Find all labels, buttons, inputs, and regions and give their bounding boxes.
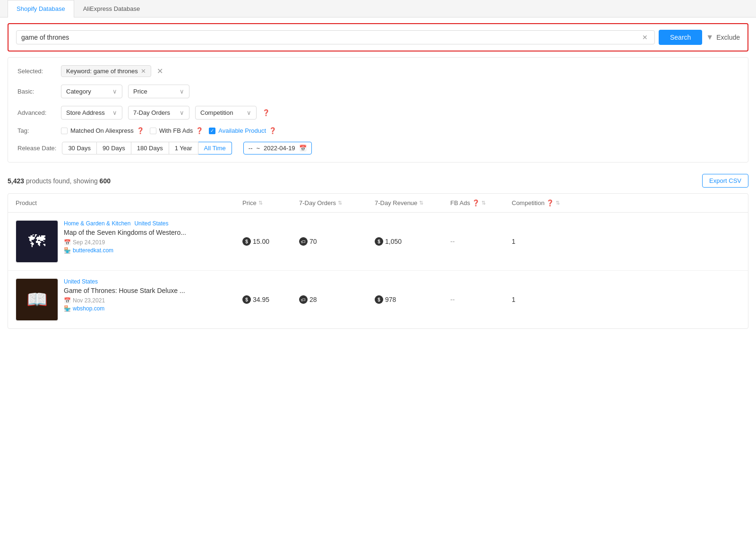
tab-aliexpress[interactable]: AliExpress Database (74, 0, 149, 17)
col-price[interactable]: Price ⇅ (242, 199, 299, 206)
tab-bar: Shopify Database AliExpress Database (0, 0, 756, 17)
revenue-sort-icon: ⇅ (419, 200, 423, 206)
orders-tag-icon: 🏷 (299, 295, 308, 304)
filter-icon: ▼ (706, 33, 713, 42)
date-30-button[interactable]: 30 Days (62, 142, 97, 155)
competition-sort-icon: ⇅ (556, 200, 560, 206)
aliexpress-tag-label: Matched On Aliexpress (70, 127, 134, 134)
competition-cell: 1 (512, 296, 568, 303)
product-category[interactable]: Home & Garden & Kitchen (64, 220, 130, 227)
results-text: 5,423 products found, showing 600 (8, 177, 111, 185)
fbads-checkbox-wrap[interactable]: With FB Ads ❓ (150, 127, 204, 134)
col-competition[interactable]: Competition ❓ ⇅ (512, 199, 568, 206)
available-help-icon[interactable]: ❓ (269, 127, 276, 134)
orders-value: 70 (309, 238, 317, 245)
date-180-button[interactable]: 180 Days (131, 142, 169, 155)
chevron-down-icon: ∨ (112, 88, 117, 95)
basic-row: Basic: Category ∨ Price ∨ (17, 85, 739, 98)
price-dollar-icon: $ (242, 295, 251, 304)
category-dropdown[interactable]: Category ∨ (61, 85, 122, 98)
export-csv-button[interactable]: Export CSV (702, 174, 748, 188)
chevron-down-icon: ∨ (180, 88, 184, 95)
fbads-checkbox[interactable] (150, 128, 156, 134)
category-label: Category (66, 88, 91, 95)
fbads-cell: -- (450, 296, 512, 303)
revenue-cell: $ 1,050 (375, 237, 450, 246)
store-address-dropdown[interactable]: Store Address ∨ (61, 106, 122, 120)
date-alltime-button[interactable]: All Time (198, 142, 232, 155)
price-cell: $ 34.95 (242, 295, 299, 304)
price-sort-icon: ⇅ (258, 200, 263, 206)
product-store[interactable]: 🏪 wbshop.com (64, 305, 242, 312)
table-row: 🗺 Home & Garden & Kitchen United States … (8, 213, 748, 271)
date-tilde: ~ (257, 145, 260, 152)
seven-day-orders-label: 7-Day Orders (133, 109, 170, 116)
aliexpress-help-icon[interactable]: ❓ (137, 127, 144, 134)
tab-shopify[interactable]: Shopify Database (8, 0, 74, 17)
product-title[interactable]: Map of the Seven Kingdoms of Westero... (64, 229, 242, 236)
aliexpress-checkbox[interactable] (61, 128, 68, 134)
available-checkbox-wrap[interactable]: Available Product ❓ (209, 127, 276, 134)
product-cell: 📖 United States Game of Thrones: House S… (16, 278, 242, 321)
search-input[interactable] (21, 34, 640, 41)
advanced-row: Advanced: Store Address ∨ 7-Day Orders ∨… (17, 106, 739, 120)
product-date: 📅 Nov 23,2021 (64, 297, 242, 304)
date-range-picker[interactable]: -- ~ 2022-04-19 📅 (243, 142, 312, 155)
release-date-label: Release Date: (17, 145, 56, 152)
orders-tag-icon: 🏷 (299, 237, 308, 246)
date-90-button[interactable]: 90 Days (97, 142, 131, 155)
product-country[interactable]: United States (64, 278, 98, 285)
search-section: ✕ Search ▼ Exclude (8, 23, 748, 52)
selected-row: Selected: Keyword: game of thrones ✕ ✕ (17, 65, 739, 77)
calendar-icon: 📅 (299, 145, 307, 152)
table-header: Product Price ⇅ 7-Day Orders ⇅ 7-Day Rev… (8, 194, 748, 213)
product-info: United States Game of Thrones: House Sta… (64, 278, 242, 312)
aliexpress-checkbox-wrap[interactable]: Matched On Aliexpress ❓ (61, 127, 144, 134)
tag-label: Tag: (17, 127, 55, 134)
fbads-tag-label: With FB Ads (159, 127, 193, 134)
clear-search-icon[interactable]: ✕ (640, 34, 650, 41)
seven-day-orders-dropdown[interactable]: 7-Day Orders ∨ (128, 106, 189, 120)
competition-col-help-icon[interactable]: ❓ (546, 199, 554, 206)
revenue-dollar-icon: $ (375, 237, 383, 246)
date-from: -- (249, 145, 253, 152)
advanced-label: Advanced: (17, 109, 55, 116)
revenue-value: 978 (385, 296, 396, 303)
calendar-small-icon: 📅 (64, 297, 71, 304)
product-cell: 🗺 Home & Garden & Kitchen United States … (16, 220, 242, 263)
keyword-tag-remove[interactable]: ✕ (141, 68, 146, 75)
price-cell: $ 15.00 (242, 237, 299, 246)
results-count: 5,423 (8, 177, 24, 185)
competition-dropdown[interactable]: Competition ∨ (195, 106, 257, 120)
store-address-label: Store Address (66, 109, 105, 116)
product-country[interactable]: United States (134, 220, 168, 227)
date-1year-button[interactable]: 1 Year (169, 142, 198, 155)
calendar-small-icon: 📅 (64, 239, 71, 246)
store-icon: 🏪 (64, 305, 71, 312)
col-fbads[interactable]: FB Ads ❓ ⇅ (450, 199, 512, 206)
product-store[interactable]: 🏪 butteredkat.com (64, 247, 242, 254)
fbads-help-icon[interactable]: ❓ (196, 127, 203, 134)
product-thumbnail[interactable]: 📖 (16, 278, 58, 321)
fbads-col-help-icon[interactable]: ❓ (472, 199, 480, 206)
product-title[interactable]: Game of Thrones: House Stark Deluxe ... (64, 287, 242, 294)
available-checkbox[interactable] (209, 128, 215, 134)
competition-help-icon[interactable]: ❓ (262, 109, 270, 116)
revenue-cell: $ 978 (375, 295, 450, 304)
clear-all-filters[interactable]: ✕ (157, 67, 163, 76)
product-thumbnail[interactable]: 🗺 (16, 220, 58, 263)
table-row: 📖 United States Game of Thrones: House S… (8, 271, 748, 328)
competition-cell: 1 (512, 238, 568, 245)
col-revenue[interactable]: 7-Day Revenue ⇅ (375, 199, 450, 206)
col-orders[interactable]: 7-Day Orders ⇅ (299, 199, 375, 206)
keyword-tag[interactable]: Keyword: game of thrones ✕ (61, 65, 151, 77)
product-tags: United States (64, 278, 242, 285)
results-showing: 600 (100, 177, 111, 185)
exclude-button[interactable]: ▼ Exclude (706, 33, 740, 42)
selected-label: Selected: (17, 68, 55, 75)
price-dropdown[interactable]: Price ∨ (128, 85, 189, 98)
search-button[interactable]: Search (659, 30, 702, 45)
fbads-sort-icon: ⇅ (481, 200, 486, 206)
orders-cell: 🏷 70 (299, 237, 375, 246)
col-product: Product (16, 199, 242, 206)
